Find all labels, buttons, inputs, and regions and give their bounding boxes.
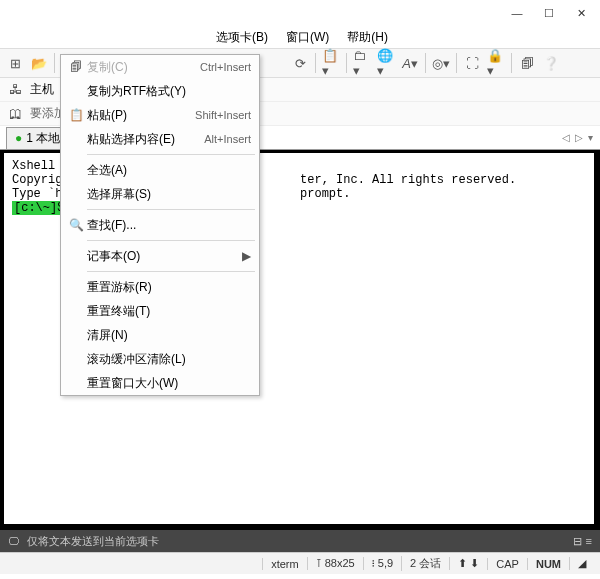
- context-menu: 🗐 复制(C) Ctrl+Insert 复制为RTF格式(Y) 📋 粘贴(P) …: [60, 54, 260, 396]
- separator: [87, 271, 255, 272]
- script-icon[interactable]: ◎▾: [432, 54, 450, 72]
- menubar: 选项卡(B) 窗口(W) 帮助(H): [0, 26, 600, 48]
- paste-icon[interactable]: 📋▾: [322, 54, 340, 72]
- send-target-icon[interactable]: 🖵: [8, 535, 19, 547]
- lock-icon[interactable]: 🔒▾: [487, 54, 505, 72]
- new-tab-icon[interactable]: ⊞: [6, 54, 24, 72]
- send-target-label: 仅将文本发送到当前选项卡: [27, 534, 159, 549]
- send-bar: 🖵 仅将文本发送到当前选项卡 ⊟ ≡: [0, 530, 600, 552]
- status-num: NUM: [527, 558, 569, 570]
- status-cap: CAP: [487, 558, 527, 570]
- paste-icon: 📋: [65, 108, 87, 122]
- status-resize-grip[interactable]: ◢: [569, 557, 594, 570]
- status-transfer: ⬆ ⬇: [449, 557, 487, 570]
- tab-nav[interactable]: ◁ ▷ ▾: [562, 132, 594, 143]
- menu-paste[interactable]: 📋 粘贴(P) Shift+Insert: [61, 103, 259, 127]
- separator: [87, 154, 255, 155]
- menu-tabs[interactable]: 选项卡(B): [210, 27, 274, 48]
- status-cursor: ፧ 5,9: [363, 557, 401, 570]
- fullscreen-icon[interactable]: ⛶: [463, 54, 481, 72]
- reconnect-icon[interactable]: ⟳: [291, 54, 309, 72]
- status-size: ⊺ 88x25: [307, 557, 363, 570]
- pane-icon[interactable]: ⊟: [573, 535, 582, 548]
- separator: [346, 53, 347, 73]
- copy-icon: 🗐: [65, 60, 87, 74]
- session-icon[interactable]: 🗐: [518, 54, 536, 72]
- separator: [456, 53, 457, 73]
- minimize-button[interactable]: —: [502, 2, 532, 24]
- close-button[interactable]: ✕: [566, 2, 596, 24]
- help-icon[interactable]: ❔: [542, 54, 560, 72]
- menu-reset-cursor[interactable]: 重置游标(R): [61, 275, 259, 299]
- menu-notepad[interactable]: 记事本(O) ▶: [61, 244, 259, 268]
- submenu-arrow-icon: ▶: [242, 249, 251, 263]
- separator: [511, 53, 512, 73]
- prompt: [c:\~]$: [12, 201, 66, 215]
- menu-copy[interactable]: 🗐 复制(C) Ctrl+Insert: [61, 55, 259, 79]
- globe-icon[interactable]: 🌐▾: [377, 54, 395, 72]
- menu-clear-screen[interactable]: 清屏(N): [61, 323, 259, 347]
- font-icon[interactable]: A▾: [401, 54, 419, 72]
- statusbar: xterm ⊺ 88x25 ፧ 5,9 2 会话 ⬆ ⬇ CAP NUM ◢: [0, 552, 600, 574]
- maximize-button[interactable]: ☐: [534, 2, 564, 24]
- separator: [87, 209, 255, 210]
- menu-help[interactable]: 帮助(H): [341, 27, 394, 48]
- menu-reset-terminal[interactable]: 重置终端(T): [61, 299, 259, 323]
- menu-select-screen[interactable]: 选择屏幕(S): [61, 182, 259, 206]
- separator: [425, 53, 426, 73]
- host-label: 主机: [30, 81, 54, 98]
- bookmark-icon[interactable]: 🕮: [6, 105, 24, 123]
- menu-clear-scrollback[interactable]: 滚动缓冲区清除(L): [61, 347, 259, 371]
- separator: [87, 240, 255, 241]
- menu-reset-window-size[interactable]: 重置窗口大小(W): [61, 371, 259, 395]
- props-icon[interactable]: 🗀▾: [353, 54, 371, 72]
- menu-copy-rtf[interactable]: 复制为RTF格式(Y): [61, 79, 259, 103]
- menu-select-all[interactable]: 全选(A): [61, 158, 259, 182]
- menu-icon[interactable]: ≡: [586, 535, 592, 547]
- host-icon: 🖧: [6, 81, 24, 99]
- search-icon: 🔍: [65, 218, 87, 232]
- status-sessions: 2 会话: [401, 556, 449, 571]
- menu-find[interactable]: 🔍 查找(F)...: [61, 213, 259, 237]
- separator: [315, 53, 316, 73]
- separator: [54, 53, 55, 73]
- tab-status-dot: ●: [15, 131, 22, 145]
- menu-window[interactable]: 窗口(W): [280, 27, 335, 48]
- open-icon[interactable]: 📂: [30, 54, 48, 72]
- status-term: xterm: [262, 558, 307, 570]
- titlebar: — ☐ ✕: [0, 0, 600, 26]
- menu-paste-selection[interactable]: 粘贴选择内容(E) Alt+Insert: [61, 127, 259, 151]
